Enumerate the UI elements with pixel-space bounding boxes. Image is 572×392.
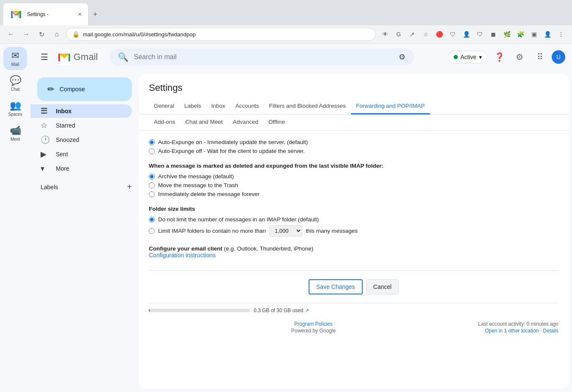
browser-action-eye[interactable]: 👁 <box>379 28 391 40</box>
tab-accounts[interactable]: Accounts <box>230 98 264 114</box>
tab-close-button[interactable]: ✕ <box>77 11 83 18</box>
spaces-icon: 👥 <box>10 100 21 111</box>
tab-filters[interactable]: Filters and Blocked Addresses <box>264 98 351 114</box>
filter-icon[interactable]: ⚙ <box>399 52 405 62</box>
active-chevron-icon: ▾ <box>479 54 482 60</box>
radio-limit: Limit IMAP folders to contain no more th… <box>149 225 558 237</box>
sidebar-item-starred[interactable]: ☆ Starred <box>30 119 132 132</box>
more-chevron-icon: ▾ <box>41 164 49 173</box>
forward-button[interactable]: → <box>20 28 32 40</box>
settings-actions: Save Changes Cancel <box>149 270 558 294</box>
tab-forwarding[interactable]: Forwarding and POP/IMAP <box>351 98 430 114</box>
sidebar-item-mail[interactable]: ✉ Mail <box>3 47 27 70</box>
reload-button[interactable]: ↻ <box>36 28 47 40</box>
footer-center: Program Policies Powered by Google <box>291 321 336 334</box>
sidebar-item-inbox[interactable]: ☰ Inbox <box>30 104 132 118</box>
gmail-logo-icon <box>57 49 72 65</box>
browser-action-ext3[interactable]: 👤 <box>460 28 472 40</box>
configuration-instructions-link[interactable]: Configuration instructions <box>149 252 216 259</box>
configure-bold: Configure your email client <box>149 245 222 252</box>
browser-profile[interactable]: 👤 <box>542 28 553 40</box>
tab-labels[interactable]: Labels <box>179 98 206 114</box>
folder-size-group: Do not limit the number of messages in a… <box>149 216 558 237</box>
active-dot <box>454 55 458 59</box>
no-limit-radio[interactable] <box>149 217 155 223</box>
browser-action-ext4[interactable]: 🛡 <box>474 28 486 40</box>
storage-amount: 0.3 GB of 30 GB used <box>254 308 303 313</box>
browser-action-google[interactable]: G <box>393 28 405 40</box>
cancel-button[interactable]: Cancel <box>366 279 399 294</box>
expunge-off-radio[interactable] <box>149 148 155 154</box>
settings-button[interactable]: ⚙ <box>511 49 528 65</box>
hamburger-button[interactable]: ☰ <box>37 49 52 65</box>
browser-action-star[interactable]: ☆ <box>420 28 432 40</box>
browser-action-sidebar[interactable]: ▣ <box>528 28 540 40</box>
body-split: ✏ Compose ☰ Inbox ☆ Starred 🕐 <box>30 71 572 392</box>
browser-action-ext2[interactable]: 🛡 <box>447 28 459 40</box>
browser-action-ext6[interactable]: 🌿 <box>501 28 513 40</box>
radio-expunge-off: Auto-Expunge off - Wait for the client t… <box>149 148 558 154</box>
back-button[interactable]: ← <box>5 28 17 40</box>
main-settings: Settings General Labels Inbox Accounts F… <box>139 74 569 389</box>
tab-general[interactable]: General <box>149 98 179 114</box>
svg-marker-8 <box>68 54 70 61</box>
tab-chat-meet[interactable]: Chat and Meet <box>180 114 228 131</box>
archive-label: Archive the message (default) <box>158 173 234 180</box>
tab-addons[interactable]: Add-ons <box>149 114 180 131</box>
archive-radio[interactable] <box>149 174 155 180</box>
home-button[interactable]: ⌂ <box>51 28 63 40</box>
sidebar-item-more[interactable]: ▾ More <box>30 162 132 175</box>
tab-offline[interactable]: Offline <box>263 114 290 131</box>
new-tab-button[interactable]: + <box>90 8 101 21</box>
browser-menu[interactable]: ⋮ <box>555 28 567 40</box>
active-status-badge[interactable]: Active ▾ <box>448 51 487 63</box>
limit-select[interactable]: 1,000 2,000 5,000 10,000 20,000 50,000 <box>269 225 302 237</box>
sidebar-item-spaces[interactable]: 👥 Spaces <box>3 97 27 120</box>
apps-button[interactable]: ⠿ <box>531 49 548 65</box>
delete-forever-radio[interactable] <box>149 191 155 197</box>
sent-label: Sent <box>56 151 125 158</box>
app-root: Settings - ✕ + ← → ↻ ⌂ 🔒 mail.google.com… <box>0 0 572 392</box>
sidebar-item-snoozed[interactable]: 🕐 Snoozed <box>30 133 132 147</box>
browser-action-puzzle[interactable]: 🧩 <box>515 28 526 40</box>
browser-action-ext1[interactable]: 🔴 <box>433 28 445 40</box>
storage-external-link[interactable]: ↗ <box>305 308 309 313</box>
sidebar-item-sent[interactable]: ▶ Sent <box>30 147 132 161</box>
address-bar[interactable]: 🔒 mail.google.com/mail/u/0/#settings/fwd… <box>66 28 376 41</box>
program-policies-link[interactable]: Program Policies <box>294 321 333 327</box>
other-location-link[interactable]: Open in 1 other location · Details <box>485 328 558 334</box>
sidebar-mail-label: Mail <box>11 62 19 67</box>
gmail-favicon <box>8 7 24 22</box>
configure-examples: (e.g. Outlook, Thunderbird, iPhone) <box>224 245 313 252</box>
limit-label: Limit IMAP folders to contain no more th… <box>158 228 266 234</box>
compose-label: Compose <box>60 86 85 93</box>
avatar[interactable]: U <box>552 50 565 64</box>
footer-links: Program Policies Powered by Google Last … <box>139 318 569 339</box>
starred-icon: ☆ <box>41 121 49 130</box>
labels-add-button[interactable]: + <box>127 182 132 192</box>
trash-radio[interactable] <box>149 182 155 188</box>
tab-inbox[interactable]: Inbox <box>206 98 230 114</box>
radio-expunge-on: Auto-Expunge on - Immediately update the… <box>149 139 558 145</box>
tab-advanced[interactable]: Advanced <box>228 114 263 131</box>
last-activity-text: Last account activity: 0 minutes ago <box>478 321 558 327</box>
browser-action-ext5[interactable]: ◼ <box>487 28 499 40</box>
gmail-header: ☰ Gmail 🔍 <box>30 44 572 71</box>
trash-label: Move the message to the Trash <box>158 182 238 188</box>
limit-radio[interactable] <box>149 228 155 234</box>
expunge-on-radio[interactable] <box>149 139 155 145</box>
settings-tabs-row2: Add-ons Chat and Meet Advanced Offline <box>139 114 569 131</box>
header-actions: Active ▾ ❓ ⚙ ⠿ U <box>448 49 565 65</box>
browser-action-share[interactable]: ↗ <box>406 28 418 40</box>
sidebar-item-meet[interactable]: 📹 Meet <box>3 122 27 145</box>
gmail-logo-text: Gmail <box>74 52 98 63</box>
labels-section: Labels + <box>30 179 139 193</box>
sidebar-item-chat[interactable]: 💬 Chat <box>3 72 27 95</box>
configure-text: Configure your email client (e.g. Outloo… <box>149 245 313 252</box>
search-bar[interactable]: 🔍 ⚙ <box>109 49 414 65</box>
radio-no-limit: Do not limit the number of messages in a… <box>149 216 558 223</box>
search-input[interactable] <box>134 53 394 61</box>
help-button[interactable]: ❓ <box>491 49 508 65</box>
save-changes-button[interactable]: Save Changes <box>309 279 363 294</box>
compose-button[interactable]: ✏ Compose <box>37 77 132 101</box>
